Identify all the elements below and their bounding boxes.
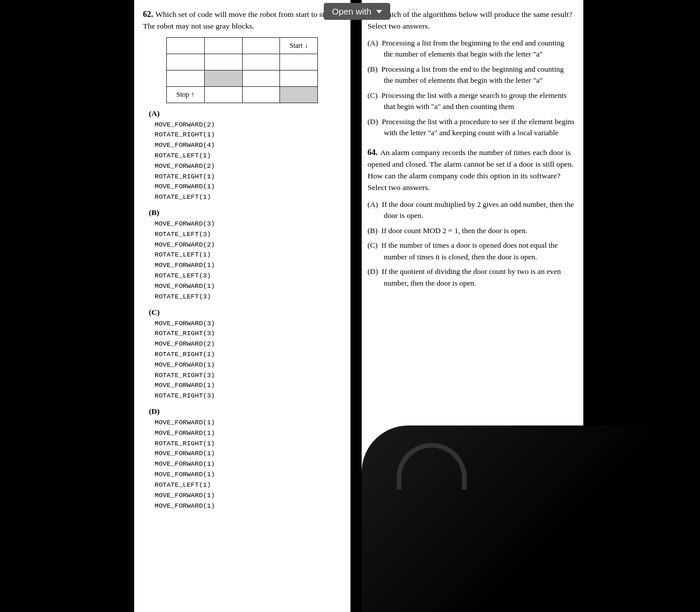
cell [204,86,242,103]
question-64-block: 64. An alarm company records the number … [368,147,575,289]
physical-object-overlay [362,425,700,612]
panel-divider [350,0,351,612]
choice-b-label: (B) [149,208,344,217]
q63-choice-c: (C) Processing the list with a merge sea… [368,90,575,112]
choice-c-label: (C) [149,308,344,317]
cell [242,54,280,70]
q64-number: 64. [368,148,378,157]
q64-choice-a: (A) If the door count multiplied by 2 gi… [368,199,575,221]
open-with-label: Open with [332,6,372,16]
q63-choices: (A) Processing a list from the beginning… [368,37,575,139]
q64-choice-d: (D) If the quotient of dividing the door… [368,266,575,289]
q62-number: 62. [143,10,153,19]
q64-choice-c: (C) If the number of times a door is ope… [368,240,575,262]
cell [204,54,242,70]
q64-choice-b: (B) If door count MOD 2 = 1, then the do… [368,225,575,237]
choice-b-block: (B) MOVE_FORWARD(3) ROTATE_LEFT(3) MOVE_… [143,208,344,302]
choice-d-block: (D) MOVE_FORWARD(1) MOVE_FORWARD(1) ROTA… [143,407,344,511]
q63-choice-a: (A) Processing a list from the beginning… [368,37,575,60]
q64-choices: (A) If the door count multiplied by 2 gi… [368,199,575,289]
left-black-bar [0,0,134,612]
table-row [167,70,318,86]
choice-b-code: MOVE_FORWARD(3) ROTATE_LEFT(3) MOVE_FORW… [155,219,344,302]
cell [167,54,205,70]
cell [242,86,280,103]
open-with-dropdown-arrow [376,10,382,13]
left-panel: 62. Which set of code will move the robo… [134,0,350,612]
gray-cell [204,70,242,86]
table-row: Start ↓ [167,37,318,54]
table-row [167,54,318,70]
cell [167,70,205,86]
q62-text: Which set of code will move the robot fr… [143,10,336,30]
q62-grid: Start ↓ Stop ↑ [166,37,318,103]
choice-d-label: (D) [149,407,344,416]
cell [242,70,280,86]
question-62-block: 62. Which set of code will move the robo… [143,9,344,511]
choice-d-code: MOVE_FORWARD(1) MOVE_FORWARD(1) ROTATE_R… [155,417,344,511]
stop-cell: Stop ↑ [167,86,205,103]
cell [242,37,280,54]
choice-a-block: (A) MOVE_FORWARD(2) ROTATE_RIGHT(1) MOVE… [143,109,344,203]
choice-c-code: MOVE_FORWARD(3) ROTATE_RIGHT(3) MOVE_FOR… [155,318,344,402]
cell [167,37,205,54]
cell [280,70,318,86]
cell [204,37,242,54]
start-cell: Start ↓ [280,37,318,54]
q64-text: An alarm company records the number of t… [368,148,573,192]
q62-grid-container: Start ↓ Stop ↑ [155,37,344,103]
q63-choice-d: (D) Processing the list with a procedure… [368,116,575,139]
choice-c-block: (C) MOVE_FORWARD(3) ROTATE_RIGHT(3) MOVE… [143,308,344,402]
open-with-toolbar[interactable]: Open with [324,3,390,20]
choice-a-code: MOVE_FORWARD(2) ROTATE_RIGHT(1) MOVE_FOR… [155,119,344,203]
choice-a-label: (A) [149,109,344,118]
table-row: Stop ↑ [167,86,318,103]
q63-choice-b: (B) Processing a list from the end to th… [368,64,575,86]
q63-text: Which of the algorithms below will produ… [368,10,572,30]
question-63-block: 63. Which of the algorithms below will p… [368,9,575,139]
dots-menu: ··· [408,5,419,15]
cell [280,54,318,70]
gray-cell [280,86,318,103]
